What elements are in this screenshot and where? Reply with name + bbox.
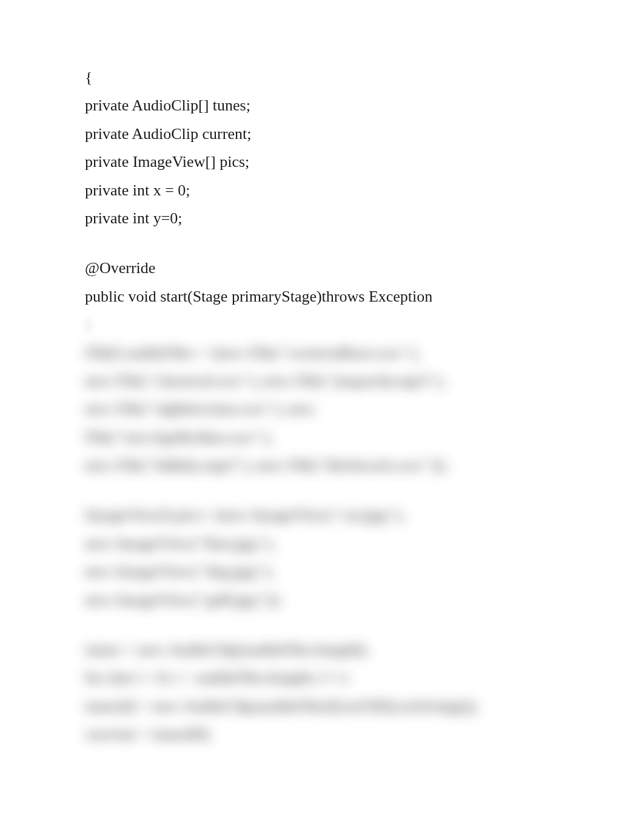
code-line: private int x = 0; (85, 180, 608, 201)
code-line: private int y=0; (85, 208, 608, 229)
blurred-code-line: current = tunes[0]; (85, 723, 608, 745)
blurred-code-line: ImageView[] pics= {new ImageView("cat.jp… (85, 504, 608, 526)
blurred-code-line: new File("lullaby.mp3"), new File("hitch… (85, 455, 608, 476)
code-line: private ImageView[] pics; (85, 151, 608, 173)
code-line: { (85, 67, 608, 89)
blurred-code-line: new File("classical.wav"), new File("jeo… (85, 370, 608, 392)
code-line: private AudioClip[] tunes; (85, 95, 608, 117)
blurred-code-line: new ImageView("golf.jpg")}; (85, 589, 608, 611)
blank-line (85, 617, 608, 639)
blurred-code-line: new File("eightiesJam.wav"), new (85, 398, 608, 420)
code-line: public void start(Stage primaryStage)thr… (85, 286, 608, 308)
blurred-code-line: { (85, 314, 608, 336)
blurred-code-line: tunes = new AudioClip[audioFiles.length]… (85, 639, 608, 661)
blurred-code-line: for (int i = 0; i < audioFiles.length; i… (85, 667, 608, 689)
blurred-code-line: File("newAgeRythm.wav"), (85, 427, 608, 448)
blurred-code-line: new ImageView("dog.jpg"), (85, 561, 608, 583)
code-line: private AudioClip current; (85, 123, 608, 145)
code-line: @Override (85, 257, 608, 279)
blurred-code-line: new ImageView("lion.jpg"), (85, 533, 608, 555)
blurred-code-line: File[] audioFiles = {new File("westernBe… (85, 342, 608, 364)
blank-line (85, 482, 608, 504)
blank-line (85, 235, 608, 257)
blurred-content: File[] audioFiles = {new File("westernBe… (85, 342, 608, 746)
blurred-code-line: tunes[i] = new AudioClip(audioFiles[i].t… (85, 695, 608, 717)
